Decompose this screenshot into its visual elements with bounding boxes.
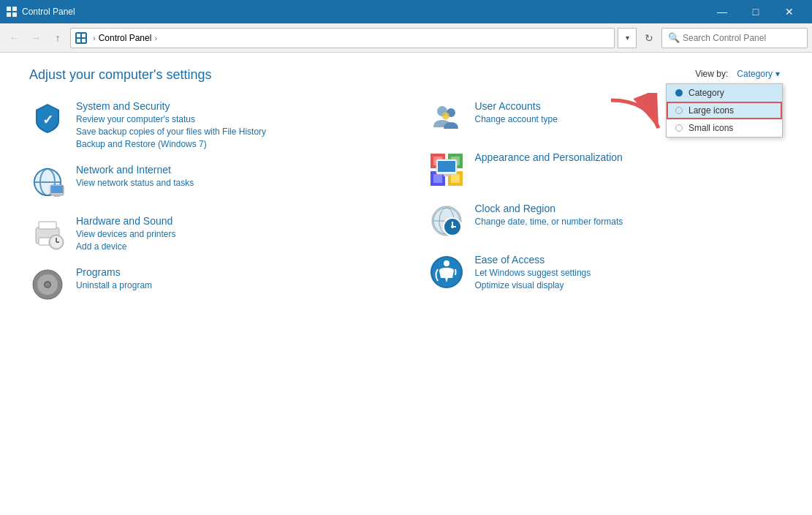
breadcrumb-control-panel[interactable]: Control Panel — [99, 33, 152, 43]
back-button[interactable]: ← — [4, 29, 23, 48]
svg-rect-0 — [7, 7, 11, 11]
dropdown-item-small-icons[interactable]: Small icons — [667, 119, 782, 137]
hardware-link-1[interactable]: View devices and printers — [76, 229, 176, 239]
category-network-internet: Network and Internet View network status… — [29, 164, 384, 200]
svg-point-27 — [45, 282, 50, 287]
svg-rect-7 — [82, 39, 86, 42]
search-input[interactable] — [683, 33, 801, 43]
svg-rect-37 — [451, 174, 460, 183]
svg-rect-16 — [54, 195, 60, 197]
ease-access-title[interactable]: Ease of Access — [475, 254, 591, 266]
svg-rect-6 — [77, 39, 80, 42]
address-path-icon — [75, 32, 87, 44]
programs-text: Programs Uninstall a program — [76, 266, 152, 290]
svg-rect-1 — [12, 7, 17, 11]
category-appearance: Appearance and Personalization — [428, 151, 783, 188]
hardware-sound-text: Hardware and Sound View devices and prin… — [76, 215, 176, 252]
search-box[interactable]: 🔍 — [661, 28, 808, 48]
titlebar-title: Control Panel — [22, 7, 75, 17]
radio-selected-icon — [675, 89, 683, 97]
user-accounts-title[interactable]: User Accounts — [475, 100, 558, 112]
svg-rect-5 — [82, 34, 86, 37]
forward-button[interactable]: → — [26, 29, 45, 48]
viewby-dropdown: Category Large icons Small icons — [666, 83, 783, 138]
ease-access-icon — [428, 254, 465, 290]
network-internet-text: Network and Internet View network status… — [76, 164, 194, 188]
network-internet-icon — [29, 164, 66, 200]
programs-icon — [29, 266, 66, 303]
svg-rect-18 — [39, 222, 56, 229]
system-security-title[interactable]: System and Security — [76, 100, 266, 112]
page-title: Adjust your computer's settings — [29, 67, 783, 83]
svg-text:✓: ✓ — [42, 113, 53, 127]
system-link-1[interactable]: Review your computer's status — [76, 114, 266, 124]
minimize-button[interactable]: — — [705, 0, 739, 23]
svg-rect-15 — [51, 186, 63, 193]
hardware-link-2[interactable]: Add a device — [76, 241, 176, 252]
system-security-icon: ✓ — [29, 100, 66, 137]
system-security-text: System and Security Review your computer… — [76, 100, 266, 149]
hardware-sound-icon — [29, 215, 66, 252]
svg-rect-4 — [77, 34, 80, 37]
up-button[interactable]: ↑ — [48, 29, 67, 48]
control-panel-icon — [6, 6, 18, 18]
address-path[interactable]: › Control Panel › — [70, 28, 615, 48]
ease-link-2[interactable]: Optimize visual display — [475, 280, 591, 290]
clock-region-icon — [428, 203, 465, 239]
clock-region-title[interactable]: Clock and Region — [475, 203, 623, 214]
viewby-arrow-icon: ▾ — [775, 69, 780, 79]
viewby-value: Category — [737, 69, 773, 79]
breadcrumb-separator-1: › — [93, 34, 96, 42]
svg-point-49 — [451, 225, 454, 228]
categories-left-column: ✓ System and Security Review your comput… — [29, 100, 384, 303]
user-link-1[interactable]: Change account type — [475, 114, 558, 124]
ease-access-text: Ease of Access Let Windows suggest setti… — [475, 254, 591, 290]
close-button[interactable]: ✕ — [773, 0, 806, 23]
appearance-text: Appearance and Personalization — [475, 151, 623, 163]
radio-empty-icon-2 — [675, 124, 683, 132]
clock-region-text: Clock and Region Change date, time, or n… — [475, 203, 623, 227]
svg-rect-3 — [12, 12, 17, 17]
viewby-control: View by: Category ▾ — [695, 67, 783, 80]
address-bar-right: ▾ ↻ — [618, 28, 659, 48]
titlebar-left: Control Panel — [6, 6, 75, 18]
titlebar: Control Panel — □ ✕ — [0, 0, 812, 23]
appearance-title[interactable]: Appearance and Personalization — [475, 151, 623, 163]
svg-rect-36 — [433, 174, 442, 183]
radio-empty-icon — [675, 107, 683, 114]
category-clock-region: Clock and Region Change date, time, or n… — [428, 203, 783, 239]
hardware-sound-title[interactable]: Hardware and Sound — [76, 215, 176, 227]
category-hardware-sound: Hardware and Sound View devices and prin… — [29, 215, 384, 252]
search-icon: 🔍 — [668, 32, 680, 43]
dropdown-item-large-icons[interactable]: Large icons — [667, 102, 782, 119]
address-dropdown[interactable]: ▾ — [618, 28, 637, 48]
network-internet-title[interactable]: Network and Internet — [76, 164, 194, 176]
category-ease-access: Ease of Access Let Windows suggest setti… — [428, 254, 783, 290]
restore-button[interactable]: □ — [739, 0, 773, 23]
category-programs: Programs Uninstall a program — [29, 266, 384, 303]
svg-point-52 — [444, 260, 449, 266]
dropdown-item-category[interactable]: Category — [667, 84, 782, 102]
viewby-button[interactable]: Category ▾ — [734, 67, 783, 80]
svg-rect-39 — [438, 161, 455, 172]
ease-link-1[interactable]: Let Windows suggest settings — [475, 268, 591, 278]
programs-title[interactable]: Programs — [76, 266, 152, 278]
network-link-1[interactable]: View network status and tasks — [76, 178, 194, 188]
breadcrumb-separator-2: › — [154, 34, 157, 42]
dropdown-category-label: Category — [688, 88, 724, 98]
user-accounts-text: User Accounts Change account type — [475, 100, 558, 124]
clock-link-1[interactable]: Change date, time, or number formats — [475, 217, 623, 227]
system-link-3[interactable]: Backup and Restore (Windows 7) — [76, 139, 266, 149]
svg-rect-2 — [7, 12, 11, 17]
svg-rect-40 — [444, 174, 449, 176]
dropdown-small-icons-label: Small icons — [688, 123, 733, 133]
refresh-button[interactable]: ↻ — [640, 28, 659, 48]
main-content: Adjust your computer's settings View by:… — [0, 53, 812, 317]
arrow-indicator — [604, 93, 669, 146]
titlebar-controls: — □ ✕ — [705, 0, 806, 23]
addressbar: ← → ↑ › Control Panel › ▾ ↻ 🔍 — [0, 23, 812, 53]
programs-link-1[interactable]: Uninstall a program — [76, 280, 152, 290]
user-accounts-icon — [428, 100, 465, 137]
system-link-2[interactable]: Save backup copies of your files with Fi… — [76, 127, 266, 137]
dropdown-large-icons-label: Large icons — [688, 105, 734, 116]
